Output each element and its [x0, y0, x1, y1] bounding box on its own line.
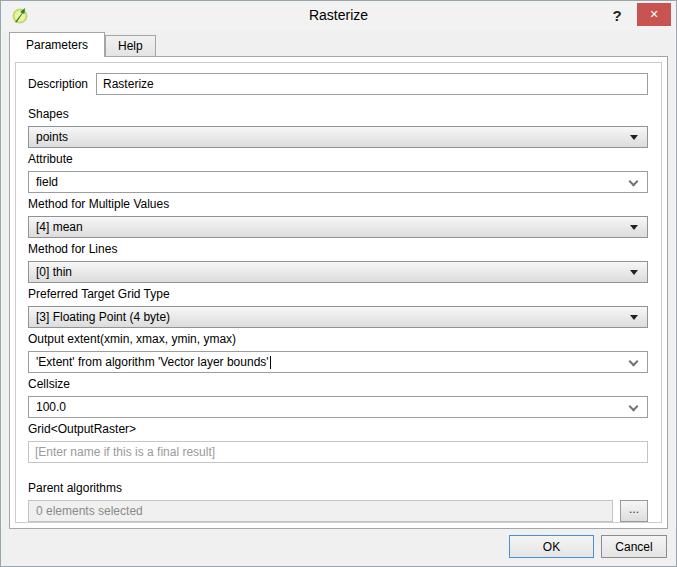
grid-type-field: Preferred Target Grid Type [3] Floating … — [28, 288, 648, 328]
cellsize-combobox[interactable]: 100.0 — [28, 396, 648, 418]
window-title: Rasterize — [1, 1, 676, 30]
dropdown-arrow-icon — [630, 315, 638, 320]
parent-algorithms-value[interactable]: 0 elements selected — [28, 500, 613, 522]
parameters-panel: Description Shapes points Attribute fiel… — [9, 56, 668, 529]
output-extent-label: Output extent(xmin, xmax, ymin, ymax) — [28, 333, 648, 346]
help-button[interactable]: ? — [606, 5, 628, 27]
title-bar[interactable]: Rasterize ? ✕ — [1, 1, 676, 30]
dropdown-arrow-icon — [630, 135, 638, 140]
description-input[interactable] — [96, 73, 648, 95]
output-raster-label: Grid<OutputRaster> — [28, 423, 648, 436]
parameters-scroll-area[interactable]: Description Shapes points Attribute fiel… — [15, 62, 662, 523]
attribute-field: Attribute field — [28, 153, 648, 193]
cellsize-field: Cellsize 100.0 — [28, 378, 648, 418]
output-extent-combobox[interactable]: 'Extent' from algorithm 'Vector layer bo… — [28, 351, 648, 373]
method-lines-dropdown[interactable]: [0] thin — [28, 261, 648, 283]
output-extent-value: 'Extent' from algorithm 'Vector layer bo… — [36, 355, 269, 369]
parent-algorithms-label: Parent algorithms — [28, 482, 648, 495]
parent-algorithms-field: Parent algorithms 0 elements selected ..… — [28, 482, 648, 522]
dropdown-arrow-icon — [630, 270, 638, 275]
cellsize-label: Cellsize — [28, 378, 648, 391]
shapes-dropdown[interactable]: points — [28, 126, 648, 148]
text-cursor — [270, 356, 271, 369]
grid-type-value: [3] Floating Point (4 byte) — [36, 310, 170, 324]
parent-algorithms-browse-button[interactable]: ... — [620, 500, 648, 522]
chevron-down-icon — [629, 402, 639, 412]
attribute-combobox[interactable]: field — [28, 171, 648, 193]
chevron-down-icon — [629, 357, 639, 367]
attribute-label: Attribute — [28, 153, 648, 166]
method-lines-value: [0] thin — [36, 265, 72, 279]
method-multiple-values-value: [4] mean — [36, 220, 83, 234]
shapes-value: points — [36, 130, 68, 144]
shapes-field: Shapes points — [28, 108, 648, 148]
cancel-button[interactable]: Cancel — [601, 535, 667, 558]
ok-button[interactable]: OK — [509, 535, 594, 558]
close-button[interactable]: ✕ — [637, 3, 671, 26]
method-lines-field: Method for Lines [0] thin — [28, 243, 648, 283]
grid-type-label: Preferred Target Grid Type — [28, 288, 648, 301]
dialog-footer: OK Cancel — [1, 527, 676, 566]
output-extent-field: Output extent(xmin, xmax, ymin, ymax) 'E… — [28, 333, 648, 373]
description-label: Description — [28, 78, 88, 91]
output-raster-field: Grid<OutputRaster> — [28, 423, 648, 463]
chevron-down-icon — [629, 177, 639, 187]
method-lines-label: Method for Lines — [28, 243, 648, 256]
tab-help[interactable]: Help — [105, 35, 156, 56]
method-multiple-values-dropdown[interactable]: [4] mean — [28, 216, 648, 238]
rasterize-dialog: Rasterize ? ✕ Parameters Help Descriptio… — [0, 0, 677, 567]
dropdown-arrow-icon — [630, 225, 638, 230]
grid-type-dropdown[interactable]: [3] Floating Point (4 byte) — [28, 306, 648, 328]
attribute-value: field — [36, 175, 58, 189]
shapes-label: Shapes — [28, 108, 648, 121]
cellsize-value: 100.0 — [36, 400, 66, 414]
method-multiple-values-label: Method for Multiple Values — [28, 198, 648, 211]
method-multiple-values-field: Method for Multiple Values [4] mean — [28, 198, 648, 238]
output-raster-input[interactable] — [28, 441, 648, 463]
tab-bar: Parameters Help — [9, 32, 156, 57]
tab-parameters[interactable]: Parameters — [9, 32, 105, 57]
description-field: Description — [28, 73, 648, 95]
